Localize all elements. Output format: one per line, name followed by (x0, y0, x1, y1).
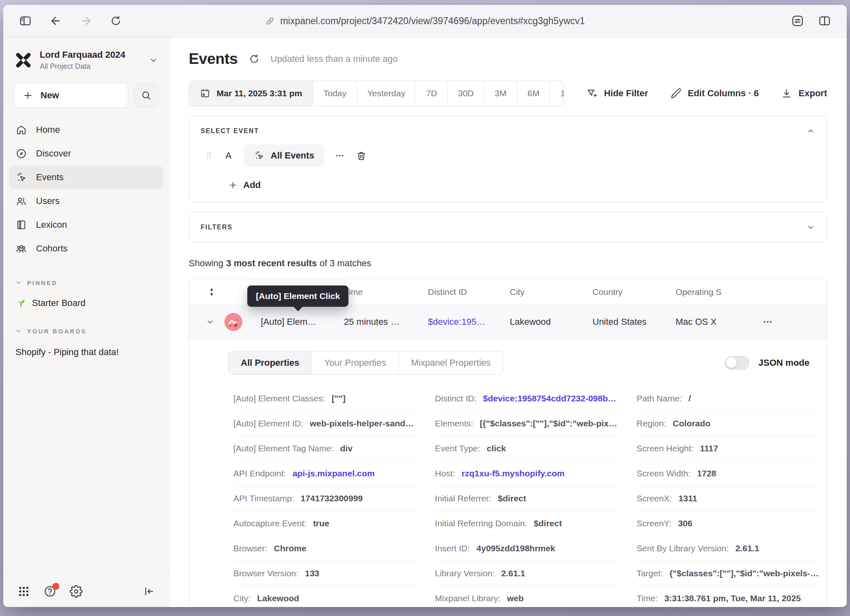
preset-12m[interactable]: 12M (549, 81, 564, 106)
sidebar-item-starter-board[interactable]: Starter Board (16, 298, 157, 308)
your-boards-section-label: YOUR BOARDS (27, 328, 87, 335)
apps-grid-icon[interactable] (17, 585, 30, 598)
property-row: City:Lakewood (233, 586, 416, 607)
project-switcher[interactable]: Lord Farquaad 2024 All Project Data (3, 37, 169, 73)
property-link[interactable]: $device:1958754cdd7232-098b89… (483, 394, 618, 403)
sidebar-item-discover[interactable]: Discover (9, 142, 163, 165)
preset-3m[interactable]: 3M (484, 81, 517, 106)
edit-columns-button[interactable]: Edit Columns · 6 (670, 88, 759, 99)
row-more-icon[interactable] (762, 317, 827, 327)
users-icon (16, 195, 27, 207)
json-mode-toggle[interactable] (725, 356, 749, 370)
property-row: Library Version:2.61.1 (435, 561, 617, 586)
notification-dot (52, 583, 59, 590)
property-row: Insert ID:4y095zdd198hrmek (435, 536, 617, 561)
date-picker[interactable]: Mar 11, 2025 3:31 pm (189, 81, 313, 106)
results-table: [Auto] Element Click Time Distinct ID Ci… (189, 279, 827, 607)
property-row: ScreenX:1311 (637, 486, 819, 511)
toggle-knob (726, 357, 737, 368)
property-row: Time:3:31:38.761 pm, Tue, Mar 11, 2025 (637, 586, 819, 607)
new-button[interactable]: New (14, 83, 128, 108)
more-options-icon[interactable] (335, 151, 345, 161)
tab-all-properties[interactable]: All Properties (228, 351, 312, 374)
filters-header[interactable]: FILTERS (189, 213, 827, 242)
event-row-letter: A (224, 150, 233, 161)
chevron-down-icon (15, 327, 22, 335)
preset-30d[interactable]: 30D (448, 81, 484, 106)
lexicon-book-icon (16, 219, 27, 231)
settings-gear-icon[interactable] (70, 585, 83, 598)
new-button-label: New (41, 90, 59, 101)
property-row: Screen Width:1728 (637, 461, 819, 486)
pencil-icon (670, 88, 682, 99)
hide-filter-button[interactable]: Hide Filter (586, 88, 648, 99)
chevron-down-icon[interactable] (806, 223, 815, 232)
hide-filter-label: Hide Filter (604, 88, 648, 99)
select-event-header[interactable]: SELECT EVENT (189, 116, 827, 141)
event-selector-chip[interactable]: All Events (244, 145, 324, 167)
sidebar-item-cohorts[interactable]: Cohorts (9, 237, 163, 260)
sidebar-item-shopify-board[interactable]: Shopify - Piping that data! (16, 347, 157, 358)
chevron-down-icon (149, 55, 158, 65)
property-row: Browser:Chrome (233, 536, 416, 561)
tab-your-properties[interactable]: Your Properties (312, 351, 398, 374)
mixpanel-logo-icon (14, 51, 33, 70)
sidebar-item-users[interactable]: Users (9, 190, 163, 213)
collapse-sidebar-icon[interactable] (143, 585, 155, 598)
refresh-icon[interactable] (110, 15, 122, 27)
sidebar-menu: Home Discover Events Users Lexicon (3, 118, 169, 260)
event-chip-label: All Events (271, 150, 314, 161)
cell-distinct-id-link[interactable]: $device:195… (428, 317, 510, 327)
property-row: [Auto] Element Tag Name:div (233, 436, 416, 461)
event-detail-panel: All Properties Your Properties Mixpanel … (189, 339, 827, 607)
event-avatar-icon (224, 313, 242, 331)
browser-toolbar: mixpanel.com/project/3472420/view/397469… (3, 5, 847, 37)
link-icon (265, 16, 275, 26)
preset-yesterday[interactable]: Yesterday (357, 81, 416, 106)
refresh-results-icon[interactable] (249, 53, 260, 65)
select-event-panel: SELECT EVENT A All Events (189, 116, 827, 202)
sidebar-item-home[interactable]: Home (9, 118, 163, 141)
desktop-background: mixpanel.com/project/3472420/view/397469… (0, 0, 850, 616)
property-row: Autocapture Event:true (233, 511, 416, 536)
help-icon[interactable] (43, 585, 57, 598)
sidebar: Lord Farquaad 2024 All Project Data New (3, 37, 170, 607)
add-event-label: Add (243, 180, 261, 190)
tab-mixpanel-properties[interactable]: Mixpanel Properties (398, 351, 503, 374)
sidebar-item-label: Discover (36, 148, 71, 159)
column-header-os: Operating S (676, 287, 762, 297)
chevron-up-icon[interactable] (806, 127, 815, 136)
sidebar-toggle-icon[interactable] (19, 14, 32, 27)
add-event-button[interactable]: Add (228, 180, 827, 190)
export-button[interactable]: Export (781, 88, 827, 99)
page-settings-icon[interactable] (791, 14, 804, 27)
address-bar[interactable]: mixpanel.com/project/3472420/view/397469… (265, 16, 585, 27)
properties-grid: [Auto] Element Classes:[""] [Auto] Eleme… (228, 386, 819, 607)
property-row: Screen Height:1117 (637, 436, 819, 461)
delete-event-icon[interactable] (356, 150, 367, 161)
compass-icon (16, 148, 27, 159)
back-icon[interactable] (49, 14, 62, 27)
property-row: Initial Referring Domain:$direct (435, 511, 617, 536)
pinned-section-header[interactable]: PINNED (15, 279, 158, 286)
preset-today[interactable]: Today (313, 81, 357, 106)
sidebar-item-lexicon[interactable]: Lexicon (9, 213, 163, 236)
chevron-down-icon (15, 279, 22, 286)
row-expander-icon[interactable] (206, 317, 215, 326)
forward-icon[interactable] (79, 14, 93, 27)
property-link[interactable]: api-js.mixpanel.com (292, 469, 375, 478)
url-text: mixpanel.com/project/3472420/view/397469… (280, 16, 585, 27)
drag-handle-icon[interactable] (205, 150, 213, 161)
your-boards-section-header[interactable]: YOUR BOARDS (15, 327, 158, 335)
search-button[interactable] (134, 83, 158, 108)
sidebar-item-events[interactable]: Events (9, 166, 163, 189)
preset-6m[interactable]: 6M (517, 81, 549, 106)
properties-column-3: Path Name:/ Region:Colorado Screen Heigh… (637, 386, 819, 607)
property-link[interactable]: rzq1xu-f5.myshopify.com (461, 469, 565, 478)
sidebar-item-label: Cohorts (36, 243, 68, 254)
cell-city: Lakewood (510, 317, 592, 327)
split-view-icon[interactable] (818, 14, 831, 27)
preset-7d[interactable]: 7D (416, 81, 448, 106)
event-table-row[interactable]: [Auto] Elem… 25 minutes … $device:195… L… (189, 305, 827, 339)
column-header-country: Country (592, 287, 676, 297)
